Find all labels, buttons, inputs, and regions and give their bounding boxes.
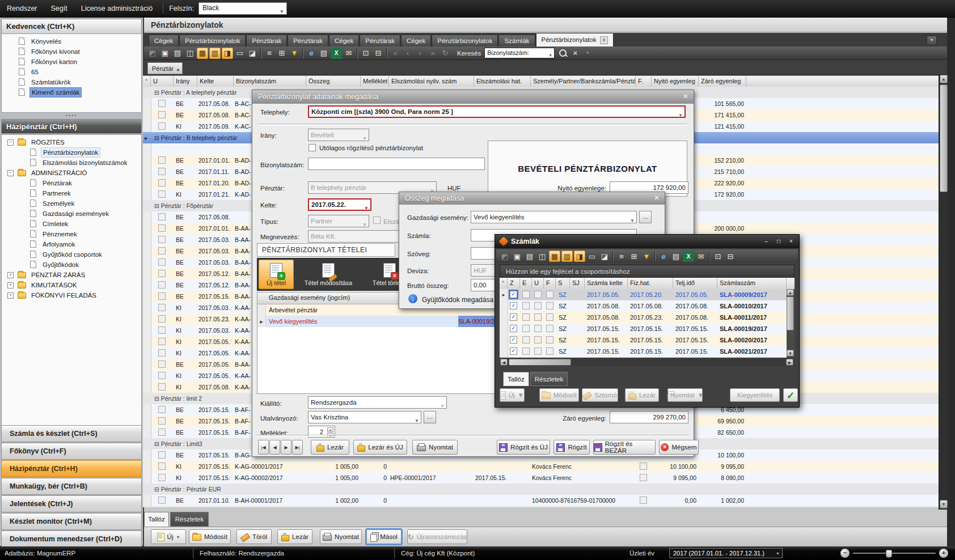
tab-cégek[interactable]: Cégek (329, 35, 359, 46)
column-header-E[interactable]: E (520, 278, 532, 289)
view-tab-tallóz[interactable]: Tallóz (144, 512, 169, 527)
group-row[interactable]: ⊟ Pénztár : Pénztár limit (143, 506, 948, 507)
u-checkbox[interactable] (534, 336, 542, 343)
lezár-button[interactable]: Lezár (277, 529, 312, 544)
mégsem-button[interactable]: ×Mégsem (659, 440, 699, 455)
row-checkbox[interactable] (158, 281, 166, 289)
scroll-down-button[interactable]: ▼ (940, 500, 948, 508)
layout-list-icon[interactable]: ▤ (172, 48, 183, 59)
esemeny-browse-button[interactable]: … (639, 211, 652, 223)
row-checkbox[interactable] (158, 463, 166, 470)
search-options-icon[interactable]: ▼ (582, 48, 593, 59)
module-header[interactable]: Házipénztár (Ctrl+H) (1, 119, 142, 134)
scroll-down-button[interactable]: ▼ (787, 350, 794, 357)
clear-search-icon[interactable]: × (569, 48, 581, 59)
module-item[interactable]: Gyűjtőkódok (2, 260, 141, 270)
rögzít-button[interactable]: Rögzít (553, 440, 590, 455)
column-header-*[interactable]: * (143, 76, 151, 87)
filter-icon[interactable]: ▼ (289, 48, 300, 59)
nav-next-icon[interactable]: › (415, 48, 426, 59)
cell-f-checkbox[interactable] (640, 463, 647, 470)
nyomtat-button[interactable]: Nyomtat (412, 440, 458, 455)
scroll-up-button[interactable]: ▲ (787, 289, 794, 296)
print-icon[interactable]: ⊟ (373, 48, 384, 59)
spin-up-icon[interactable]: ▲ (327, 427, 333, 432)
data-card-icon[interactable]: ▣ (512, 251, 523, 262)
row-checkbox[interactable] (158, 429, 166, 436)
z-checkbox[interactable]: ✓ (510, 291, 517, 298)
menu-rendszer[interactable]: Rendszer (0, 0, 44, 17)
horizontal-split-icon[interactable]: ▥ (209, 48, 221, 59)
row-checkbox[interactable] (158, 451, 166, 459)
sidebar-nav-dokumentum[interactable]: Dokumentum menedzser (Ctrl+D) (1, 531, 142, 548)
column-header-Elszámolási hat.[interactable]: Elszámolási hat. (474, 76, 531, 87)
tab-pénztárak[interactable]: Pénztárak (360, 35, 400, 46)
expand-down-icon[interactable]: ↓ (408, 294, 417, 303)
nav-first-icon[interactable]: « (390, 48, 401, 59)
lezár-és-új-button[interactable]: Lezár és ÚJ (353, 440, 407, 455)
layout-card-icon[interactable]: ◫ (536, 251, 548, 262)
e-checkbox[interactable] (522, 336, 530, 343)
nav-next-icon[interactable]: ▶ (281, 440, 291, 455)
row-checkbox[interactable] (158, 406, 166, 413)
vertical-split-icon[interactable]: ◨ (222, 48, 233, 59)
telephely-select[interactable]: Központi cím [(szla) 3900 Ond, Para norm… (308, 105, 686, 118)
horizontal-scrollbar[interactable]: ◀ ▶ (500, 358, 795, 366)
expander-icon[interactable]: − (7, 139, 14, 146)
module-item[interactable]: Személyek (2, 198, 141, 209)
nav-prev-icon[interactable]: ‹ (402, 48, 413, 59)
export-excel-icon[interactable]: X (683, 251, 694, 262)
module-item[interactable]: +PÉNZTÁR ZÁRÁS (2, 270, 141, 280)
u-checkbox[interactable] (534, 347, 542, 355)
gyujtokod-link[interactable]: Gyüjtőkódok megadása (422, 296, 493, 304)
horizontal-split-icon[interactable]: ▥ (561, 251, 573, 262)
grid-lines-icon[interactable]: ▦ (549, 251, 560, 262)
z-checkbox[interactable]: ✓ (510, 325, 517, 332)
tab-pénztárak[interactable]: Pénztárak (288, 35, 328, 46)
table-row[interactable]: BE2017.01.10.B-AH-00001/20171 002,000104… (143, 495, 948, 507)
column-header-F.[interactable]: F. (636, 76, 652, 87)
column-header-Számla kelte[interactable]: Számla kelte (585, 278, 628, 289)
module-item[interactable]: −ADMINISZTRÁCIÓ (2, 168, 141, 178)
export-mail-icon[interactable]: ✉ (695, 251, 707, 262)
tab-cégek[interactable]: Cégek (401, 35, 431, 46)
search-icon[interactable] (557, 48, 568, 59)
nav-last-icon[interactable]: » (427, 48, 438, 59)
column-header-Záró egyenleg[interactable]: Záró egyenleg (699, 76, 746, 87)
row-checkbox[interactable] (158, 292, 166, 300)
table-row[interactable]: KI2017.05.15.K-AG-00001/20171 005,000Kov… (143, 461, 948, 473)
column-header-Elszámolási nyilv. szám[interactable]: Elszámolási nyilv. szám (389, 76, 474, 87)
column-header-F[interactable]: F (544, 278, 556, 289)
search-pane-icon[interactable]: ◪ (599, 251, 610, 262)
column-header-Bizonylatszám[interactable]: Bizonylatszám (234, 76, 306, 87)
row-checkbox[interactable] (158, 304, 166, 311)
invoices-window-title[interactable]: Számlák (495, 235, 799, 248)
row-checkbox[interactable] (158, 100, 166, 107)
invoices-tab-tallóz[interactable]: Tallóz (503, 372, 529, 386)
z-checkbox[interactable]: ✓ (510, 313, 517, 321)
pointer-icon[interactable]: ◩ (499, 251, 510, 262)
menu-segít[interactable]: Segít (44, 0, 74, 17)
group-by-penztar[interactable]: Pénztár▲ (147, 62, 183, 74)
f-checkbox[interactable] (546, 291, 553, 298)
row-checkbox[interactable] (158, 236, 166, 243)
module-item[interactable]: Pénztárak (2, 178, 141, 188)
data-card-icon[interactable]: ▣ (159, 48, 171, 59)
zoom-thumb[interactable] (886, 550, 892, 558)
tab-overflow-button[interactable]: ▼ (927, 36, 937, 45)
invoice-row[interactable]: ▸✓SZ2017.05.05.2017.05.20.2017.05.05.SLA… (500, 289, 787, 301)
row-checkbox[interactable] (158, 213, 166, 220)
dropdown-icon[interactable]: ▼ (176, 535, 180, 539)
row-checkbox[interactable] (158, 247, 166, 254)
u-checkbox[interactable] (534, 302, 542, 309)
bizonylatszam-input[interactable] (308, 158, 485, 170)
kiallito-select[interactable]: Rendszergazda▼ (308, 396, 447, 409)
utolagos-checkbox[interactable] (309, 144, 316, 151)
row-checkbox[interactable] (158, 417, 166, 425)
vertical-scrollbar[interactable]: ▲ ▼ (939, 74, 948, 510)
module-item[interactable]: Pénznemek (2, 229, 141, 239)
module-item[interactable]: Árfolyamok (2, 239, 141, 249)
column-header-*[interactable]: * (500, 278, 508, 289)
export-excel-icon[interactable]: X (331, 48, 342, 59)
sidebar-nav-jelentések[interactable]: Jelentések (Ctrl+J) (1, 495, 142, 512)
